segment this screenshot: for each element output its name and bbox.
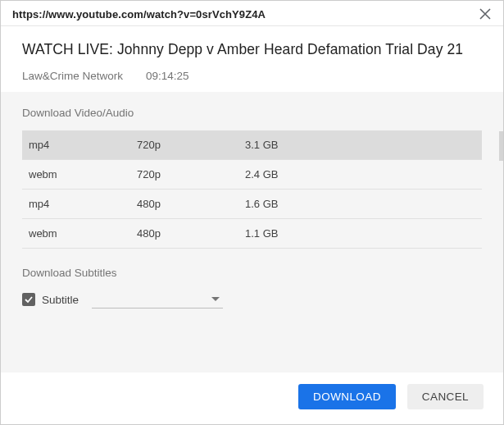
format-list: mp4 720p 3.1 GB webm 720p 2.4 GB mp4 480… [22,130,482,249]
video-title: WATCH LIVE: Johnny Depp v Amber Heard De… [22,41,482,58]
format-quality: 720p [137,168,245,181]
close-button[interactable] [477,6,493,22]
dialog-footer: DOWNLOAD CANCEL [1,372,503,424]
subtitle-row: Subtitle [22,290,482,308]
scrollbar-thumb[interactable] [499,131,503,161]
close-icon [479,8,491,20]
format-row[interactable]: webm 480p 1.1 GB [22,219,482,249]
format-quality: 480p [137,227,245,240]
subtitles-heading: Download Subtitles [22,267,482,279]
checkmark-icon [24,295,34,304]
url-text: https://www.youtube.com/watch?v=0srVchY9… [12,8,477,21]
format-container: mp4 [29,139,137,151]
format-quality: 720p [137,139,245,151]
format-container: mp4 [29,198,137,210]
download-dialog: https://www.youtube.com/watch?v=0srVchY9… [0,0,504,425]
format-size: 2.4 GB [245,168,475,181]
format-row[interactable]: mp4 480p 1.6 GB [22,190,482,219]
format-size: 3.1 GB [245,139,475,151]
format-size: 1.1 GB [245,227,475,240]
format-container: webm [29,168,137,181]
subtitle-label: Subtitle [42,294,79,306]
subtitle-checkbox[interactable] [22,293,35,306]
url-bar: https://www.youtube.com/watch?v=0srVchY9… [1,1,503,26]
format-row[interactable]: webm 720p 2.4 GB [22,160,482,190]
cancel-button[interactable]: CANCEL [407,384,484,409]
format-quality: 480p [137,198,245,210]
chevron-down-icon [211,297,220,302]
video-meta: Law&Crime Network 09:14:25 [22,70,482,82]
format-container: webm [29,227,137,240]
channel-name: Law&Crime Network [22,70,123,82]
download-section: Download Video/Audio mp4 720p 3.1 GB web… [1,92,503,372]
download-button[interactable]: DOWNLOAD [298,384,396,409]
formats-heading: Download Video/Audio [22,107,482,119]
video-duration: 09:14:25 [146,70,189,82]
format-row[interactable]: mp4 720p 3.1 GB [22,130,482,160]
dialog-header: WATCH LIVE: Johnny Depp v Amber Heard De… [1,26,503,92]
subtitle-language-select[interactable] [92,290,223,308]
format-size: 1.6 GB [245,198,475,210]
